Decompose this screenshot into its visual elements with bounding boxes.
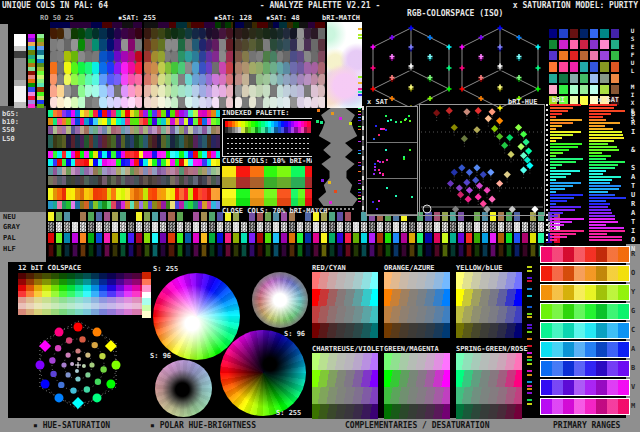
gray-chip <box>96 222 102 232</box>
chip <box>506 233 512 243</box>
gray-chip <box>345 222 351 232</box>
chip <box>209 244 215 257</box>
polar-disk-s255-bright <box>153 273 240 360</box>
close-col-swatch <box>291 189 298 198</box>
bar <box>589 185 621 187</box>
gray-chip <box>329 222 335 232</box>
chip <box>104 244 110 257</box>
mix-swatch <box>569 50 579 61</box>
chip <box>185 233 191 243</box>
chip <box>297 244 303 257</box>
chip <box>329 233 335 243</box>
tick <box>527 316 532 318</box>
close-col-swatch <box>222 198 229 207</box>
chip <box>401 233 407 243</box>
chip <box>96 233 102 243</box>
scatter-dot <box>390 119 392 121</box>
bar <box>589 170 606 172</box>
gradient-segment <box>142 311 151 318</box>
bar <box>550 122 573 124</box>
tick <box>527 388 532 390</box>
bar <box>589 236 622 238</box>
close-col-swatch <box>250 198 257 207</box>
strip-label-bG5:: bG5: <box>2 110 19 118</box>
chip <box>393 233 399 243</box>
gray-chip <box>177 222 183 232</box>
mix-swatch <box>610 28 620 39</box>
tick <box>358 132 361 133</box>
chip <box>401 244 407 257</box>
comp-band <box>456 387 522 404</box>
strip-label-b10:: b10: <box>2 118 19 126</box>
comp-band <box>384 353 450 370</box>
close-col-swatch <box>257 166 264 177</box>
indexed-palette-box <box>222 118 314 157</box>
gray-chip <box>273 222 279 232</box>
tick <box>527 341 532 343</box>
chip <box>136 233 142 243</box>
scatter-dot <box>395 121 397 123</box>
chip <box>233 244 239 257</box>
chip <box>160 233 166 243</box>
gray-chip <box>249 222 255 232</box>
chip <box>56 233 62 243</box>
chip <box>265 244 271 257</box>
gray-chip <box>56 222 62 232</box>
mix-swatch <box>569 39 579 50</box>
scatter-dot <box>409 149 411 151</box>
close-col-swatch <box>222 166 229 177</box>
bar <box>550 170 580 172</box>
comp-label-ORANGE/AZURE: ORANGE/AZURE <box>384 264 435 272</box>
x-sat-chart-label: x SAT <box>598 96 619 104</box>
close-col-swatch <box>222 189 229 198</box>
x-sat-cell <box>367 179 417 215</box>
x-sat-cell <box>367 143 417 179</box>
scatter-dot <box>378 169 380 171</box>
tick <box>358 198 361 199</box>
gray-chip <box>361 222 367 232</box>
bar <box>589 206 608 208</box>
comp-band <box>456 404 522 419</box>
dotted-line <box>316 208 354 210</box>
chip <box>80 212 86 221</box>
bar <box>550 239 557 241</box>
mix-swatch <box>589 39 599 50</box>
strip-cell <box>216 188 221 200</box>
close-col-swatch <box>264 177 271 188</box>
mix-swatch <box>599 39 609 50</box>
chip <box>201 233 207 243</box>
gray-chip <box>353 222 359 232</box>
scatter-dot <box>411 196 413 198</box>
scatter-dot <box>403 156 405 158</box>
bar <box>550 236 567 238</box>
mix-swatch <box>599 28 609 39</box>
gray-chip <box>152 222 158 232</box>
bar <box>550 149 569 151</box>
chip-row-label-NEU: NEU <box>3 213 16 221</box>
gray-chip <box>265 222 271 232</box>
chip <box>201 212 207 221</box>
comp-band <box>456 353 522 370</box>
tick <box>358 156 361 157</box>
gray-chip <box>506 222 512 232</box>
chip <box>128 233 134 243</box>
close-col-swatch <box>250 166 257 177</box>
close-col-swatch <box>250 177 257 188</box>
bar <box>550 152 563 154</box>
mix-swatch <box>548 28 558 39</box>
bar <box>589 191 608 193</box>
bar <box>550 155 556 157</box>
tick <box>527 270 532 272</box>
tick <box>358 37 362 39</box>
chip <box>217 233 223 243</box>
silhouette-color-dot <box>329 201 332 204</box>
tick <box>358 180 361 181</box>
gray-chip <box>498 222 504 232</box>
gray-chip <box>281 222 287 232</box>
colspace-cell <box>67 309 75 315</box>
scatter-dot <box>385 115 387 117</box>
tick <box>527 399 532 401</box>
palette-strip <box>48 118 220 125</box>
chip <box>337 233 343 243</box>
footer-caption-0: ▪ HUE-SATURATION <box>33 421 110 430</box>
